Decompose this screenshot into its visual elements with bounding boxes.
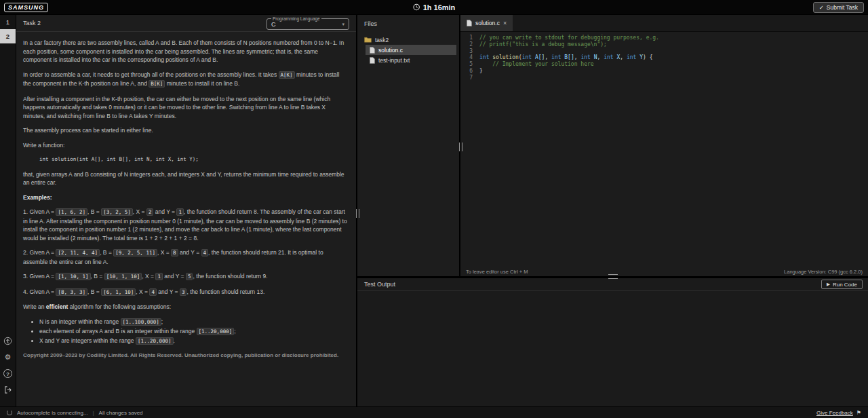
status-right: Give Feedback ⚑ (816, 410, 861, 416)
folder-icon (364, 37, 372, 43)
top-bar: SAMSUNG 1h 16min ✓ Submit Task (0, 0, 868, 15)
upper-panels: Files task2 solution.c (357, 15, 868, 276)
files-panel: Files task2 solution.c (357, 15, 460, 276)
feedback-flag-icon: ⚑ (856, 410, 861, 416)
task-tab-1[interactable]: 1 (0, 15, 16, 29)
editor-footer: To leave editor use Ctrl + M Language Ve… (460, 267, 868, 276)
code-line: 2// printf("this is a debug message\n"); (460, 41, 868, 48)
right-area: Files task2 solution.c (357, 15, 868, 406)
code-line: 1// you can write to stdout for debuggin… (460, 35, 868, 41)
files-header: Files (357, 15, 459, 32)
language-select-label: Programming Language (271, 16, 321, 21)
write-function-label: Write a function: (23, 141, 348, 150)
editor-tab-solution[interactable]: solution.c × (460, 15, 513, 31)
editor-tab-label: solution.c (475, 20, 500, 26)
task-rail: 1 2 ⚙ ? (0, 15, 16, 406)
task-panel: Task 2 Programming Language C ▾ In a car… (16, 15, 357, 406)
submit-task-button[interactable]: ✓ Submit Task (813, 2, 864, 13)
test-output-title: Test Output (364, 281, 395, 288)
code-editor[interactable]: 1// you can write to stdout for debuggin… (460, 32, 868, 267)
folder-row-task2[interactable]: task2 (360, 35, 456, 45)
logout-icon[interactable] (3, 385, 12, 394)
status-bar: Autocomplete is connecting... | All chan… (0, 406, 868, 418)
code-line: 7 (460, 75, 868, 81)
editor-tab-bar: solution.c × (460, 15, 868, 32)
file-name: solution.c (378, 47, 403, 54)
task-paragraph: The assembly process can be started in e… (23, 126, 348, 135)
assumption-item: each element of arrays A and B is an int… (39, 327, 348, 337)
editor-panel: solution.c × 1// you can write to stdout… (460, 15, 868, 276)
settings-gear-icon[interactable]: ⚙ (3, 353, 12, 362)
example-4: 4. Given A = [8, 3, 3], B = [6, 1, 10], … (23, 288, 348, 297)
editor-hint: To leave editor use Ctrl + M (466, 269, 528, 275)
task-paragraph: After installing a component in the K-th… (23, 95, 348, 121)
task-paragraph: that, given arrays A and B consisting of… (23, 170, 348, 187)
timer: 1h 16min (413, 3, 456, 12)
file-tree: task2 solution.c test-input.txt (357, 32, 459, 68)
file-icon (467, 20, 472, 26)
task-paragraph: In order to assemble a car, it needs to … (23, 71, 348, 89)
task-tab-2[interactable]: 2 (0, 29, 16, 43)
main-area: 1 2 ⚙ ? Task 2 (0, 15, 868, 406)
language-select[interactable]: Programming Language C ▾ (267, 16, 349, 30)
file-name: test-input.txt (378, 57, 410, 64)
output-resize-handle[interactable] (608, 274, 618, 279)
folder-name: task2 (375, 37, 389, 43)
help-icon[interactable]: ? (3, 369, 12, 378)
panel-resize-handle-right[interactable] (459, 142, 462, 151)
panel-resize-handle-left[interactable] (356, 209, 359, 218)
examples-heading: Examples: (23, 193, 348, 202)
language-select-value: C (271, 21, 276, 28)
chevron-down-icon: ▾ (342, 22, 344, 27)
status-divider: | (93, 410, 94, 416)
accessibility-icon[interactable] (3, 337, 12, 345)
rail-icons: ⚙ ? (0, 337, 16, 406)
code-line: 5 // Implement your solution here (460, 61, 868, 68)
check-icon: ✓ (819, 4, 824, 11)
file-row-test-input[interactable]: test-input.txt (366, 55, 456, 65)
code-line: 3 (460, 48, 868, 55)
test-output-panel: Test Output ▶ Run Code (357, 278, 868, 406)
function-signature: int solution(int A[], int B[], int N, in… (39, 155, 348, 164)
file-row-solution[interactable]: solution.c (366, 45, 456, 55)
file-icon (370, 47, 375, 54)
code-lines: 1// you can write to stdout for debuggin… (460, 35, 868, 81)
run-code-label: Run Code (833, 282, 857, 288)
timer-value: 1h 16min (423, 3, 456, 12)
example-3: 3. Given A = [1, 10, 1], B = [10, 1, 10]… (23, 272, 348, 282)
assumption-item: N is an integer within the range [1..100… (39, 318, 348, 327)
spinner-icon (7, 410, 12, 415)
save-status: All changes saved (99, 410, 143, 416)
give-feedback-link[interactable]: Give Feedback (816, 410, 853, 416)
test-output-header: Test Output ▶ Run Code (357, 278, 868, 291)
task-description: In a car factory there are two assembly … (16, 32, 356, 406)
assumptions-intro: Write an efficient algorithm for the fol… (23, 303, 348, 311)
code-line: 6} (460, 68, 868, 75)
code-line: 4int solution(int A[], int B[], int N, i… (460, 54, 868, 61)
task-title: Task 2 (23, 20, 41, 26)
example-1: 1. Given A = [1, 6, 2], B = [3, 2, 5], X… (23, 208, 348, 242)
autocomplete-status: Autocomplete is connecting... (17, 410, 88, 416)
submit-task-label: Submit Task (827, 4, 858, 11)
play-icon: ▶ (827, 282, 830, 287)
run-code-button[interactable]: ▶ Run Code (821, 280, 863, 289)
assumption-item: X and Y are integers within the range [1… (39, 337, 348, 346)
language-version: Language Version: C99 (gcc 6.2.0) (784, 269, 863, 275)
task-paragraph: In a car factory there are two assembly … (23, 39, 348, 64)
copyright-notice: Copyright 2009–2023 by Codility Limited.… (23, 352, 348, 360)
output-resize-splitter[interactable] (357, 276, 868, 278)
example-2: 2. Given A = [2, 11, 4, 4], B = [9, 2, 5… (23, 248, 348, 266)
assumptions-list: N is an integer within the range [1..100… (23, 318, 348, 346)
efficient-bold: efficient (46, 303, 68, 310)
task-header: Task 2 Programming Language C ▾ (16, 15, 356, 32)
test-output-body (357, 291, 868, 406)
file-icon (370, 57, 375, 64)
close-icon[interactable]: × (503, 20, 507, 26)
samsung-logo: SAMSUNG (4, 3, 48, 12)
clock-icon (413, 3, 420, 11)
